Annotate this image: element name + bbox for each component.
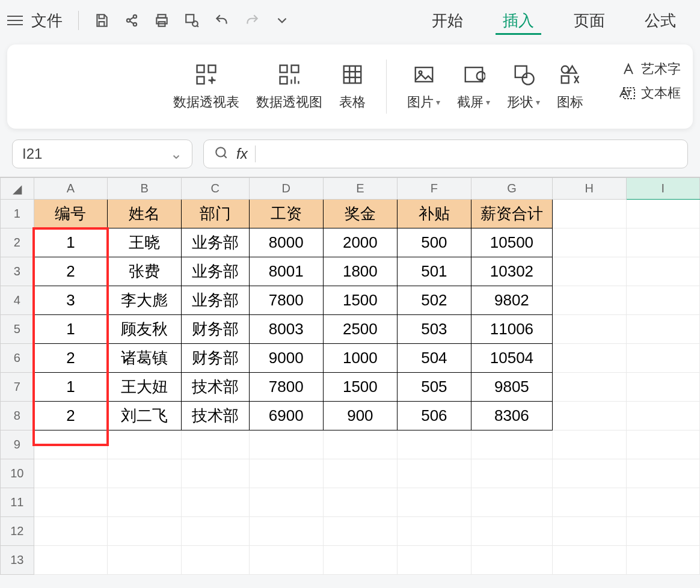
empty-cell[interactable] — [626, 430, 700, 459]
empty-cell[interactable] — [552, 315, 626, 344]
table-data-cell[interactable]: 1500 — [323, 373, 397, 402]
table-header-cell[interactable]: 薪资合计 — [471, 200, 552, 228]
table-data-cell[interactable]: 2000 — [323, 228, 397, 257]
ribbon-screenshot[interactable]: 截屏▾ — [457, 62, 490, 111]
column-header-B[interactable]: B — [108, 178, 182, 200]
table-data-cell[interactable]: 诸葛镇 — [108, 344, 182, 373]
column-header-I[interactable]: I — [626, 178, 700, 200]
empty-cell[interactable] — [34, 517, 108, 546]
row-header-1[interactable]: 1 — [1, 200, 34, 228]
formula-bar[interactable]: fx — [203, 139, 688, 168]
table-data-cell[interactable]: 业务部 — [181, 228, 249, 257]
empty-cell[interactable] — [249, 546, 323, 575]
empty-cell[interactable] — [323, 517, 397, 546]
table-data-cell[interactable]: 9802 — [471, 286, 552, 315]
table-data-cell[interactable]: 1 — [34, 228, 108, 257]
empty-cell[interactable] — [181, 459, 249, 488]
row-header-8[interactable]: 8 — [1, 402, 34, 430]
row-header-5[interactable]: 5 — [1, 315, 34, 344]
share-icon[interactable] — [120, 8, 144, 32]
table-data-cell[interactable]: 7800 — [249, 373, 323, 402]
empty-cell[interactable] — [471, 430, 552, 459]
empty-cell[interactable] — [34, 546, 108, 575]
table-data-cell[interactable]: 505 — [397, 373, 471, 402]
table-data-cell[interactable]: 8000 — [249, 228, 323, 257]
empty-cell[interactable] — [626, 459, 700, 488]
row-header-12[interactable]: 12 — [1, 517, 34, 546]
empty-cell[interactable] — [626, 286, 700, 315]
table-header-cell[interactable]: 编号 — [34, 200, 108, 228]
table-data-cell[interactable]: 刘二飞 — [108, 402, 182, 430]
table-header-cell[interactable]: 部门 — [181, 200, 249, 228]
ribbon-picture[interactable]: 图片▾ — [407, 62, 440, 111]
cancel-icon[interactable] — [213, 145, 229, 164]
table-data-cell[interactable]: 7800 — [249, 286, 323, 315]
empty-cell[interactable] — [626, 257, 700, 286]
empty-cell[interactable] — [471, 488, 552, 517]
table-data-cell[interactable]: 张费 — [108, 257, 182, 286]
column-header-E[interactable]: E — [323, 178, 397, 200]
row-header-4[interactable]: 4 — [1, 286, 34, 315]
table-data-cell[interactable]: 技术部 — [181, 402, 249, 430]
ribbon-icons[interactable]: 图标 — [557, 62, 583, 111]
ribbon-pivot-chart[interactable]: 数据透视图 — [256, 62, 322, 111]
empty-cell[interactable] — [626, 517, 700, 546]
table-data-cell[interactable]: 10302 — [471, 257, 552, 286]
empty-cell[interactable] — [626, 546, 700, 575]
empty-cell[interactable] — [108, 517, 182, 546]
empty-cell[interactable] — [323, 488, 397, 517]
empty-cell[interactable] — [323, 430, 397, 459]
empty-cell[interactable] — [471, 517, 552, 546]
ribbon-shape[interactable]: 形状▾ — [507, 62, 540, 111]
empty-cell[interactable] — [108, 459, 182, 488]
table-data-cell[interactable]: 业务部 — [181, 257, 249, 286]
column-header-A[interactable]: A — [34, 178, 108, 200]
empty-cell[interactable] — [323, 459, 397, 488]
row-header-3[interactable]: 3 — [1, 257, 34, 286]
empty-cell[interactable] — [626, 315, 700, 344]
table-header-cell[interactable]: 姓名 — [108, 200, 182, 228]
spreadsheet-grid[interactable]: ◢ABCDEFGHI1编号姓名部门工资奖金补贴薪资合计21王晓业务部800020… — [0, 177, 700, 575]
empty-cell[interactable] — [397, 488, 471, 517]
empty-cell[interactable] — [181, 488, 249, 517]
empty-cell[interactable] — [471, 459, 552, 488]
empty-cell[interactable] — [552, 517, 626, 546]
empty-cell[interactable] — [108, 488, 182, 517]
select-all-corner[interactable]: ◢ — [1, 178, 34, 200]
table-header-cell[interactable]: 补贴 — [397, 200, 471, 228]
row-header-6[interactable]: 6 — [1, 344, 34, 373]
empty-cell[interactable] — [552, 257, 626, 286]
column-header-F[interactable]: F — [397, 178, 471, 200]
table-header-cell[interactable]: 工资 — [249, 200, 323, 228]
column-header-H[interactable]: H — [552, 178, 626, 200]
empty-cell[interactable] — [34, 488, 108, 517]
empty-cell[interactable] — [108, 430, 182, 459]
empty-cell[interactable] — [108, 546, 182, 575]
empty-cell[interactable] — [552, 200, 626, 228]
tab-insert[interactable]: 插入 — [496, 7, 541, 35]
undo-icon[interactable] — [210, 8, 234, 32]
ribbon-table[interactable]: 表格 — [339, 62, 366, 111]
empty-cell[interactable] — [552, 344, 626, 373]
table-data-cell[interactable]: 6900 — [249, 402, 323, 430]
empty-cell[interactable] — [626, 488, 700, 517]
empty-cell[interactable] — [397, 430, 471, 459]
empty-cell[interactable] — [181, 517, 249, 546]
table-data-cell[interactable]: 王晓 — [108, 228, 182, 257]
table-data-cell[interactable]: 1 — [34, 315, 108, 344]
table-data-cell[interactable]: 2 — [34, 344, 108, 373]
table-data-cell[interactable]: 2 — [34, 402, 108, 430]
table-data-cell[interactable]: 10504 — [471, 344, 552, 373]
table-data-cell[interactable]: 2500 — [323, 315, 397, 344]
row-header-2[interactable]: 2 — [1, 228, 34, 257]
empty-cell[interactable] — [249, 459, 323, 488]
table-data-cell[interactable]: 王大妞 — [108, 373, 182, 402]
table-data-cell[interactable]: 李大彪 — [108, 286, 182, 315]
empty-cell[interactable] — [626, 373, 700, 402]
name-box[interactable]: I21 ⌄ — [12, 139, 192, 168]
table-data-cell[interactable]: 501 — [397, 257, 471, 286]
table-data-cell[interactable]: 顾友秋 — [108, 315, 182, 344]
empty-cell[interactable] — [626, 344, 700, 373]
preview-icon[interactable] — [180, 8, 204, 32]
tab-start[interactable]: 开始 — [425, 7, 470, 35]
